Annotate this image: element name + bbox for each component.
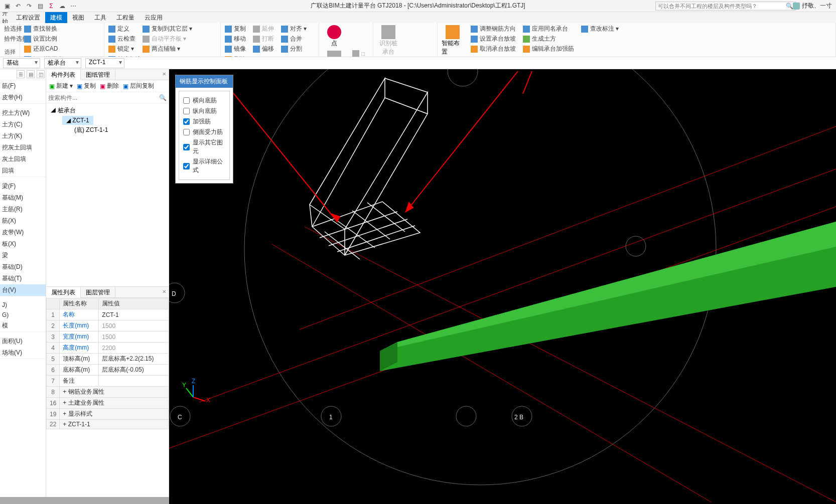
table-row[interactable]: 6底标高(m)层底标高(-0.05) [47, 365, 169, 376]
btn-layer-copy[interactable]: ▣层间复制 [123, 82, 154, 90]
more-icon[interactable]: ⋯ [69, 2, 77, 10]
btn-two-point-axis[interactable]: 两点辅轴 ▾ [142, 44, 193, 54]
left-item[interactable]: J) [0, 300, 46, 310]
3d-viewport[interactable]: D C 1 2 B [169, 69, 836, 504]
nav-btn-3[interactable]: ◫ [37, 70, 45, 78]
btn-break[interactable]: 打断 [252, 34, 275, 44]
close-icon[interactable]: ✕ [161, 288, 168, 295]
btn-restore-cad[interactable]: 还原CAD [23, 44, 59, 54]
left-item[interactable]: 挖灰土回填 [0, 142, 46, 153]
btn-mirror[interactable]: 镜像 [224, 44, 247, 54]
table-row[interactable]: 2长度(mm)1500 [47, 320, 169, 331]
btn-find-replace[interactable]: 查找替换 [23, 24, 59, 34]
tab-quantity[interactable]: 工程量 [111, 12, 140, 24]
btn-edit-reinforce[interactable]: 编辑承台加强筋 [522, 44, 575, 54]
btn-cancel-slope[interactable]: 取消承台放坡 [470, 44, 517, 54]
tab-tools[interactable]: 工具 [89, 12, 111, 24]
tab-cloud[interactable]: 云应用 [140, 12, 168, 24]
rebar-checkbox-row[interactable]: 显示详细公式 [183, 156, 225, 176]
left-item[interactable]: 场地(V) [0, 347, 46, 359]
rebar-checkbox-row[interactable]: 横向底筋 [183, 95, 225, 106]
btn-split[interactable]: 分割 [280, 44, 308, 54]
checkbox[interactable] [183, 118, 190, 125]
left-item[interactable]: G) [0, 310, 46, 320]
table-row[interactable]: 4高度(mm)2200 [47, 343, 169, 354]
nav-btn-1[interactable]: ☰ [17, 70, 25, 78]
left-item[interactable]: 模 [0, 320, 46, 331]
cloud-icon[interactable]: ☁ [58, 2, 66, 10]
left-scrollbar[interactable] [0, 497, 46, 504]
btn-smart-layout[interactable]: 智能布置 [441, 24, 465, 57]
btn-set-slope[interactable]: 设置承台放坡 [470, 34, 517, 44]
left-item[interactable]: 灰土回填 [0, 153, 46, 165]
checkbox[interactable] [183, 108, 190, 114]
left-item[interactable]: 皮带(H) [0, 92, 46, 103]
btn-delete-comp[interactable]: ▣删除 [100, 82, 119, 90]
checkbox[interactable] [183, 144, 190, 150]
open-icon[interactable]: ▤ [36, 2, 44, 10]
component-search-input[interactable] [48, 94, 159, 101]
checkbox[interactable] [183, 163, 190, 170]
table-row[interactable]: 22+ ZCT-1-1 [47, 420, 169, 429]
rebar-checkbox-row[interactable]: 纵向底筋 [183, 106, 225, 116]
left-item[interactable]: 挖土方(W) [0, 107, 46, 119]
btn-adjust-rebar-dir[interactable]: 调整钢筋方向 [470, 24, 517, 34]
btn-line[interactable]: 直线 [322, 50, 346, 57]
tab-layer-mgmt[interactable]: 图层管理 [81, 287, 115, 297]
sel-type[interactable]: 桩承台 [44, 58, 81, 68]
left-item[interactable]: 基础(T) [0, 273, 46, 284]
left-item[interactable]: 土方(K) [0, 130, 46, 142]
help-search-input[interactable] [658, 3, 786, 9]
table-row[interactable]: 7备注 [47, 376, 169, 387]
table-row[interactable]: 8+ 钢筋业务属性 [47, 387, 169, 398]
checkbox[interactable] [183, 97, 190, 104]
user-area[interactable]: 抒敬、一寸 [793, 2, 832, 10]
rebar-checkbox-row[interactable]: 显示其它图元 [183, 137, 225, 156]
left-item[interactable] [0, 359, 46, 363]
left-item[interactable]: 面积(U) [0, 335, 46, 347]
left-item[interactable] [0, 296, 46, 300]
tab-properties[interactable]: 属性列表 [46, 287, 81, 298]
btn-apply-same-name[interactable]: 应用同名承台 [522, 24, 575, 34]
sel-component[interactable]: ZCT-1 [85, 58, 124, 68]
btn-copy-comp[interactable]: ▣复制 [77, 82, 96, 90]
btn-gen-earthwork[interactable]: 生成土方 [522, 34, 575, 44]
btn-check-annotation[interactable]: 查改标注 ▾ [580, 24, 620, 34]
left-item[interactable]: 土方(C) [0, 119, 46, 130]
btn-copy[interactable]: 复制 [224, 24, 247, 34]
btn-cloud-check[interactable]: 云检查 [107, 34, 136, 44]
left-item[interactable] [0, 103, 46, 107]
table-row[interactable]: 16+ 土建业务属性 [47, 398, 169, 409]
left-item[interactable]: 台(V) [0, 284, 46, 296]
redo-icon[interactable]: ↷ [25, 2, 33, 10]
sel-category[interactable]: 基础 [3, 58, 40, 68]
btn-recognize-cap[interactable]: 识别桩承台 [376, 24, 400, 57]
rebar-checkbox-row[interactable]: 加强筋 [183, 116, 225, 127]
btn-new[interactable]: ▣新建 ▾ [49, 82, 73, 90]
btn-point[interactable]: 点 [322, 24, 346, 49]
left-item[interactable]: 筋(X) [0, 215, 46, 227]
btn-auto-level[interactable]: 自动平齐板 ▾ [142, 34, 193, 44]
rebar-checkbox-row[interactable]: 侧面受力筋 [183, 127, 225, 137]
left-item[interactable]: 回填 [0, 165, 46, 177]
sigma-icon[interactable]: Σ [47, 2, 55, 10]
left-item[interactable] [0, 331, 46, 335]
table-row[interactable]: 1名称ZCT-1 [47, 309, 169, 320]
close-icon[interactable]: ✕ [161, 70, 168, 77]
left-item[interactable]: 板(X) [0, 238, 46, 250]
btn-align[interactable]: 对齐 ▾ [280, 24, 308, 34]
tab-component-list[interactable]: 构件列表 [46, 69, 81, 80]
checkbox[interactable] [183, 129, 190, 135]
tree-root[interactable]: ◢ 桩承台 [50, 105, 165, 116]
left-item[interactable]: 梁(F) [0, 181, 46, 192]
search-icon[interactable]: 🔍 [159, 94, 167, 101]
tab-drawing-mgmt[interactable]: 图纸管理 [81, 69, 115, 80]
left-item[interactable]: 筋(F) [0, 80, 46, 92]
save-icon[interactable]: ▣ [3, 2, 11, 10]
help-search[interactable]: 🔍 [655, 2, 796, 11]
btn-extend[interactable]: 延伸 [252, 24, 275, 34]
btn-offset[interactable]: 偏移 [252, 44, 275, 54]
left-item[interactable]: 皮带(W) [0, 227, 46, 238]
rebar-display-panel[interactable]: 钢筋显示控制面板 横向底筋纵向底筋加强筋侧面受力筋显示其它图元显示详细公式 [175, 75, 233, 184]
left-item[interactable]: 主筋(R) [0, 204, 46, 215]
